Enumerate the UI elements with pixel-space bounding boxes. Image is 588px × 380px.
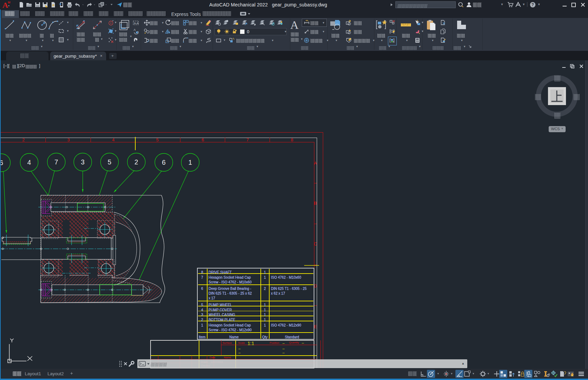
- svg-text:1: 1: [264, 323, 266, 327]
- svg-text:4: 4: [112, 137, 114, 142]
- svg-text:1: 1: [264, 308, 266, 312]
- svg-text:5: 5: [156, 137, 158, 142]
- svg-text:6: 6: [201, 287, 203, 291]
- svg-text:Quantity: Quantity: [289, 341, 299, 344]
- svg-text:ISO 4762 - M12x90: ISO 4762 - M12x90: [271, 323, 301, 327]
- svg-text:A-A: A-A: [134, 22, 139, 25]
- svg-text:5: 5: [201, 303, 203, 307]
- svg-text:A: A: [134, 28, 136, 32]
- svg-text:x 17: x 17: [209, 296, 215, 300]
- svg-text:WHEEL CASING: WHEEL CASING: [209, 313, 235, 317]
- svg-text:6: 6: [201, 137, 204, 142]
- svg-text:Standard: Standard: [285, 335, 299, 339]
- svg-text:8: 8: [201, 271, 203, 274]
- svg-text:DIN 625 T1 - 6305 - 25: DIN 625 T1 - 6305 - 25: [271, 287, 307, 291]
- svg-text:5: 5: [108, 158, 112, 166]
- svg-text:Deep Groove Ball Bearing -: Deep Groove Ball Bearing -: [209, 287, 251, 291]
- svg-text:Scale: Scale: [238, 341, 245, 344]
- svg-text:A: A: [307, 29, 309, 32]
- svg-text:4: 4: [27, 159, 31, 166]
- svg-text:Position: Position: [270, 341, 279, 344]
- svg-text:–: –: [238, 346, 241, 351]
- svg-text:B: B: [314, 201, 317, 206]
- svg-text:1: 1: [201, 323, 203, 327]
- svg-text:C: C: [314, 241, 317, 246]
- svg-text:7: 7: [55, 158, 58, 166]
- svg-text:?: ?: [531, 2, 534, 7]
- svg-text:A: A: [314, 161, 317, 166]
- svg-text:1: 1: [264, 271, 266, 274]
- svg-text:–: –: [282, 351, 285, 355]
- svg-text:1: 1: [264, 318, 266, 322]
- svg-text:BOTTOM PLATE: BOTTOM PLATE: [209, 318, 235, 322]
- svg-text:2: 2: [22, 137, 24, 142]
- svg-text:–: –: [302, 341, 304, 345]
- svg-text:3: 3: [201, 313, 203, 317]
- svg-text:x 62 x 17: x 62 x 17: [271, 292, 285, 295]
- svg-text:Hexagon Socket Head Cap: Hexagon Socket Head Cap: [209, 323, 251, 327]
- svg-text:3: 3: [81, 158, 85, 166]
- svg-text:Name: Name: [229, 335, 239, 339]
- svg-text:8: 8: [291, 137, 293, 142]
- svg-text:4: 4: [201, 308, 203, 312]
- svg-text:PUMP WHEEL: PUMP WHEEL: [209, 303, 232, 307]
- svg-text:ISO 4762 - M10x60: ISO 4762 - M10x60: [271, 276, 301, 279]
- svg-text:M: M: [8, 1, 11, 4]
- svg-text:Date: Date: [210, 356, 215, 359]
- svg-text:3: 3: [67, 137, 70, 142]
- svg-text:6: 6: [162, 159, 166, 166]
- svg-text:Screw - ISO 4762 - M12x90: Screw - ISO 4762 - M12x90: [209, 328, 252, 332]
- svg-text:Surface: Surface: [222, 341, 232, 344]
- svg-text:1: 1: [264, 276, 266, 279]
- svg-text:2: 2: [201, 318, 203, 322]
- svg-text:DRIVE SHAFT: DRIVE SHAFT: [209, 271, 232, 274]
- svg-text:7: 7: [201, 276, 203, 279]
- svg-text:Qty: Qty: [262, 335, 268, 339]
- svg-text:1:1: 1:1: [248, 341, 254, 346]
- svg-text:2: 2: [135, 158, 138, 166]
- svg-text:1: 1: [189, 159, 192, 166]
- svg-text:PUMP COVER: PUMP COVER: [209, 308, 232, 312]
- svg-text:DIN 625 T1 - 6305 - 25 x 62: DIN 625 T1 - 6305 - 25 x 62: [209, 292, 252, 295]
- svg-text:2: 2: [264, 287, 266, 291]
- svg-text:Hexagon Socket Head Cap: Hexagon Socket Head Cap: [209, 276, 251, 279]
- svg-text:Screw - ISO 4762 - M10x60: Screw - ISO 4762 - M10x60: [209, 280, 252, 284]
- svg-text:7: 7: [246, 137, 249, 142]
- svg-text:1: 1: [264, 303, 266, 307]
- svg-text:Name: Name: [224, 356, 231, 359]
- svg-text:–: –: [282, 341, 285, 345]
- svg-text:–: –: [238, 351, 241, 355]
- svg-text:–: –: [282, 346, 285, 351]
- svg-text:1: 1: [264, 313, 266, 317]
- svg-text:Item: Item: [199, 335, 205, 339]
